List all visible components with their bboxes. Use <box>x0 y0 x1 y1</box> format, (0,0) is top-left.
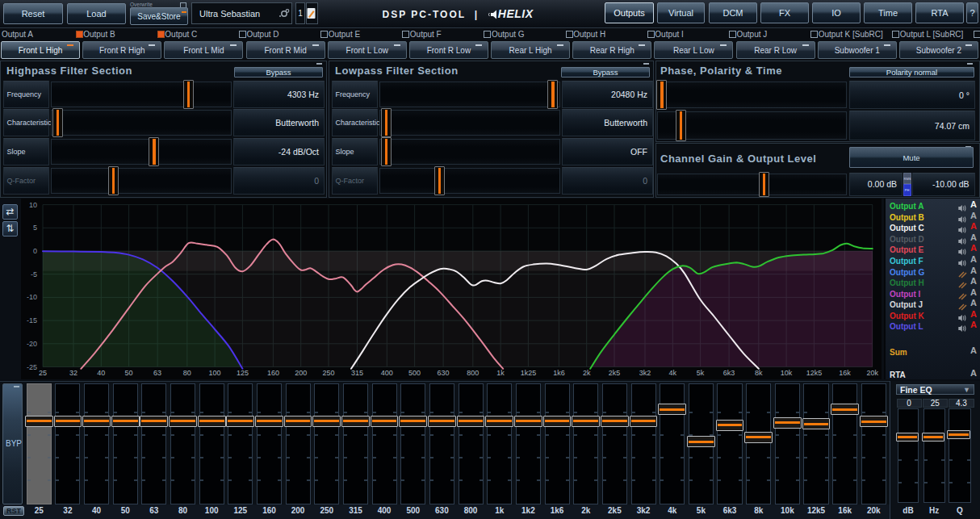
svg-text:250: 250 <box>322 369 334 377</box>
svg-text:630: 630 <box>438 369 450 377</box>
svg-text:1k25: 1k25 <box>521 369 537 377</box>
svg-text:40: 40 <box>97 369 105 377</box>
svg-text:100: 100 <box>209 369 221 377</box>
svg-text:800: 800 <box>467 369 479 377</box>
svg-text:1k: 1k <box>496 369 505 377</box>
svg-text:25: 25 <box>39 369 47 377</box>
svg-text:32: 32 <box>69 369 77 377</box>
svg-text:0: 0 <box>33 247 37 255</box>
svg-text:5: 5 <box>33 224 37 232</box>
svg-text:125: 125 <box>237 369 249 377</box>
svg-text:200: 200 <box>295 369 307 377</box>
svg-text:63: 63 <box>153 369 161 377</box>
svg-text:-25: -25 <box>27 363 37 371</box>
svg-text:2k5: 2k5 <box>609 369 621 377</box>
svg-text:5k: 5k <box>697 369 705 377</box>
svg-text:500: 500 <box>408 369 421 377</box>
svg-text:315: 315 <box>351 369 363 377</box>
svg-text:-20: -20 <box>27 340 37 348</box>
svg-text:20k: 20k <box>866 369 878 377</box>
svg-text:80: 80 <box>183 369 191 377</box>
svg-text:12k5: 12k5 <box>806 369 823 377</box>
svg-text:50: 50 <box>125 369 133 377</box>
svg-text:4k: 4k <box>669 369 677 377</box>
svg-text:2k: 2k <box>583 369 591 377</box>
svg-text:400: 400 <box>381 369 393 377</box>
svg-text:3k2: 3k2 <box>639 369 651 377</box>
svg-text:-15: -15 <box>27 316 37 324</box>
svg-text:10: 10 <box>29 201 37 209</box>
svg-text:160: 160 <box>267 369 279 377</box>
svg-text:10k: 10k <box>781 369 793 377</box>
svg-text:8k: 8k <box>755 369 763 377</box>
svg-text:1k6: 1k6 <box>553 369 565 377</box>
svg-text:-10: -10 <box>27 293 37 301</box>
svg-text:-5: -5 <box>31 270 37 278</box>
svg-text:6k3: 6k3 <box>723 369 735 377</box>
svg-text:16k: 16k <box>839 369 851 377</box>
